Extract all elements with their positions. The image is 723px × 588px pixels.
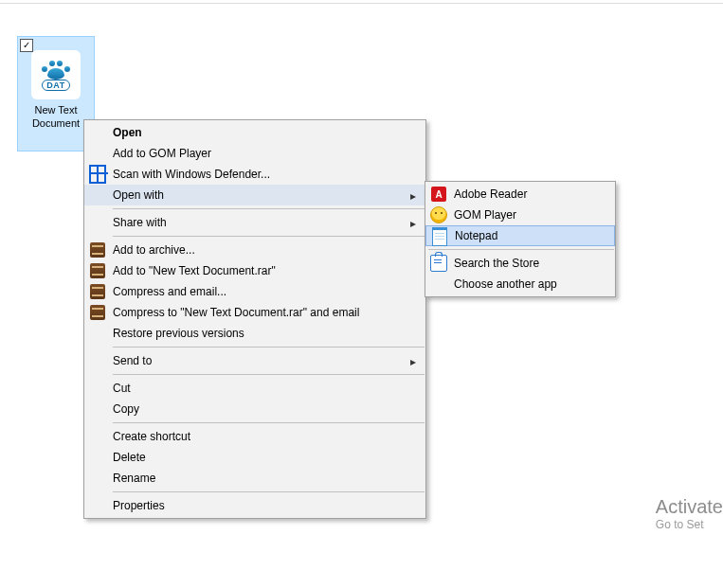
menu-cut[interactable]: Cut [84, 378, 425, 399]
separator [113, 347, 425, 347]
menu-send-to[interactable]: Send to ▸ [84, 350, 425, 371]
notepad-icon [431, 228, 448, 245]
separator [113, 208, 425, 209]
separator [113, 422, 425, 423]
gom-player-icon [430, 206, 447, 223]
selection-checkbox[interactable]: ✓ [20, 39, 33, 52]
submenu-gom-player[interactable]: GOM Player [425, 205, 615, 225]
store-icon [430, 255, 447, 272]
file-name: New TextDocument [18, 103, 94, 130]
menu-share-with[interactable]: Share with ▸ [84, 212, 425, 233]
menu-add-gom[interactable]: Add to GOM Player [84, 143, 425, 164]
submenu-arrow-icon: ▸ [410, 355, 416, 368]
winrar-icon [89, 283, 106, 300]
defender-icon [89, 166, 106, 183]
menu-properties[interactable]: Properties [84, 495, 425, 516]
submenu-arrow-icon: ▸ [410, 217, 416, 230]
submenu-adobe-reader[interactable]: A Adobe Reader [425, 184, 615, 205]
menu-compress-email[interactable]: Compress and email... [84, 281, 425, 302]
file-area[interactable]: ✓ DAT New TextDocument Open Add to GOM P… [0, 30, 723, 588]
menu-scan-defender[interactable]: Scan with Windows Defender... [84, 164, 425, 185]
file-ext-badge: DAT [42, 80, 69, 91]
winrar-icon [89, 304, 106, 321]
adobe-reader-icon: A [430, 186, 447, 203]
menu-open[interactable]: Open [84, 122, 425, 143]
menu-open-with[interactable]: Open with ▸ [84, 185, 425, 205]
menu-add-rar[interactable]: Add to "New Text Document.rar" [84, 260, 425, 281]
menu-rename[interactable]: Rename [84, 468, 425, 489]
winrar-icon [89, 241, 106, 258]
menu-create-shortcut[interactable]: Create shortcut [84, 426, 425, 447]
menu-restore-versions[interactable]: Restore previous versions [84, 323, 425, 344]
winrar-icon [89, 262, 106, 279]
menu-delete[interactable]: Delete [84, 447, 425, 468]
explorer-viewport: ✓ DAT New TextDocument Open Add to GOM P… [0, 0, 723, 588]
activate-watermark: Activate Go to Set [656, 496, 723, 531]
separator [113, 236, 425, 237]
menu-add-archive[interactable]: Add to archive... [84, 240, 425, 260]
submenu-search-store[interactable]: Search the Store [425, 253, 615, 274]
submenu-arrow-icon: ▸ [410, 189, 416, 203]
submenu-notepad[interactable]: Notepad [425, 225, 615, 246]
openwith-submenu: A Adobe Reader GOM Player Notepad Search… [425, 181, 616, 297]
separator [428, 249, 614, 250]
toolbar-border [0, 0, 723, 4]
separator [113, 374, 425, 375]
menu-copy[interactable]: Copy [84, 399, 425, 419]
file-icon: DAT [18, 50, 94, 99]
context-menu: Open Add to GOM Player Scan with Windows… [83, 119, 426, 519]
separator [113, 491, 425, 492]
submenu-choose-another[interactable]: Choose another app [425, 274, 615, 294]
menu-compress-rar-email[interactable]: Compress to "New Text Document.rar" and … [84, 302, 425, 323]
